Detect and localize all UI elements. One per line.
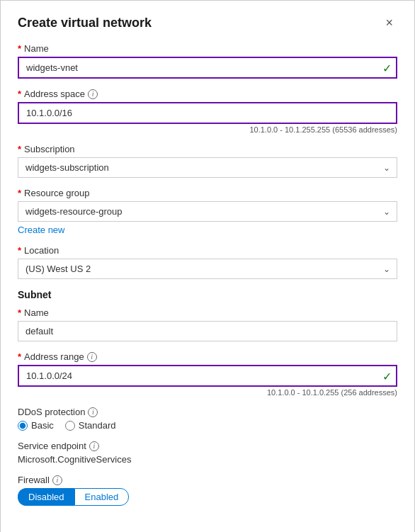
ddos-basic-radio[interactable] [18, 421, 28, 431]
name-required-star: * [18, 43, 21, 54]
ddos-protection-label: DDoS protection i [18, 407, 397, 417]
ddos-basic-label: Basic [31, 420, 54, 431]
name-label: * Name [18, 43, 397, 54]
resource-group-label: * Resource group [18, 188, 397, 198]
address-space-input-wrapper [18, 102, 397, 124]
create-new-link[interactable]: Create new [18, 225, 64, 235]
firewall-disabled-button[interactable]: Disabled [18, 488, 74, 506]
subnet-section-label: Subnet [18, 289, 397, 300]
ddos-protection-info-icon[interactable]: i [88, 407, 98, 417]
address-space-info-icon[interactable]: i [88, 89, 98, 99]
resource-group-select[interactable]: widgets-resource-group [18, 201, 397, 222]
subnet-section: Subnet * Name * Address range i ✓ 10.1.0… [18, 289, 397, 397]
create-virtual-network-dialog: Create virtual network × * Name ✓ * Addr… [0, 0, 415, 532]
name-field-group: * Name ✓ [18, 43, 397, 79]
address-range-info-icon[interactable]: i [87, 352, 97, 362]
firewall-field-group: Firewall i Disabled Enabled [18, 475, 397, 506]
address-range-required-star: * [18, 351, 21, 362]
service-endpoint-label: Service endpoint i [18, 441, 397, 451]
address-range-label-text: Address range [24, 351, 84, 362]
service-endpoint-info-icon[interactable]: i [89, 441, 99, 451]
ddos-standard-label: Standard [79, 420, 116, 431]
ddos-radio-group: Basic Standard [18, 420, 397, 431]
name-label-text: Name [24, 43, 49, 54]
firewall-enabled-button[interactable]: Enabled [74, 488, 130, 506]
subscription-required-star: * [18, 144, 21, 154]
address-space-label: * Address space i [18, 89, 397, 99]
resource-group-label-text: Resource group [24, 188, 90, 198]
subscription-field-group: * Subscription widgets-subscription ⌄ [18, 144, 397, 178]
subnet-name-input-wrapper [18, 321, 397, 341]
address-range-hint: 10.1.0.0 - 10.1.0.255 (256 addresses) [18, 388, 397, 397]
address-space-hint: 10.1.0.0 - 10.1.255.255 (65536 addresses… [18, 125, 397, 134]
name-check-icon: ✓ [382, 61, 392, 74]
address-range-field-group: * Address range i ✓ 10.1.0.0 - 10.1.0.25… [18, 351, 397, 397]
address-space-label-text: Address space [24, 89, 85, 99]
address-space-input[interactable] [18, 102, 397, 124]
address-range-label: * Address range i [18, 351, 397, 362]
subnet-name-required-star: * [18, 307, 21, 318]
location-label-text: Location [24, 245, 59, 256]
location-select-wrapper: (US) West US 2 ⌄ [18, 259, 397, 279]
subscription-select-wrapper: widgets-subscription ⌄ [18, 157, 397, 178]
subscription-label: * Subscription [18, 144, 397, 154]
dialog-header: Create virtual network × [18, 15, 397, 30]
ddos-basic-option[interactable]: Basic [18, 420, 54, 431]
ddos-protection-field-group: DDoS protection i Basic Standard [18, 407, 397, 431]
ddos-standard-radio[interactable] [65, 421, 75, 431]
firewall-label: Firewall i [18, 475, 397, 485]
firewall-info-icon[interactable]: i [52, 475, 62, 485]
address-range-check-icon: ✓ [382, 369, 392, 383]
resource-group-field-group: * Resource group widgets-resource-group … [18, 188, 397, 235]
resource-group-select-wrapper: widgets-resource-group ⌄ [18, 201, 397, 222]
create-button-container: Create [18, 520, 397, 532]
close-button[interactable]: × [381, 15, 397, 30]
location-select[interactable]: (US) West US 2 [18, 259, 397, 279]
subnet-name-input[interactable] [18, 321, 397, 341]
location-field-group: * Location (US) West US 2 ⌄ [18, 245, 397, 279]
subscription-select[interactable]: widgets-subscription [18, 157, 397, 178]
service-endpoint-label-text: Service endpoint [18, 441, 86, 451]
name-input[interactable] [18, 57, 397, 79]
subscription-label-text: Subscription [24, 144, 75, 154]
ddos-standard-option[interactable]: Standard [65, 420, 116, 431]
ddos-protection-label-text: DDoS protection [18, 407, 85, 417]
address-range-input-wrapper: ✓ [18, 365, 397, 387]
resource-group-required-star: * [18, 188, 21, 198]
service-endpoint-field-group: Service endpoint i Microsoft.CognitiveSe… [18, 441, 397, 465]
address-space-required-star: * [18, 89, 21, 99]
address-space-field-group: * Address space i 10.1.0.0 - 10.1.255.25… [18, 89, 397, 134]
name-input-wrapper: ✓ [18, 57, 397, 79]
firewall-toggle-group: Disabled Enabled [18, 488, 397, 506]
subnet-name-label: * Name [18, 307, 397, 318]
subnet-name-field-group: * Name [18, 307, 397, 341]
service-endpoint-value: Microsoft.CognitiveServices [18, 454, 397, 465]
firewall-label-text: Firewall [18, 475, 50, 485]
subnet-name-label-text: Name [24, 307, 49, 318]
location-required-star: * [18, 245, 21, 256]
address-range-input[interactable] [18, 365, 397, 387]
dialog-title: Create virtual network [18, 16, 152, 30]
location-label: * Location [18, 245, 397, 256]
